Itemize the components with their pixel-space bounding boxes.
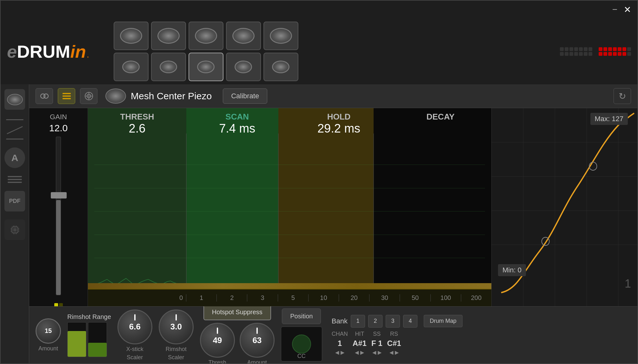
drum-pad-5[interactable] <box>263 22 298 50</box>
hotspot-amount-knob[interactable]: 63 <box>240 323 275 358</box>
led-red-13 <box>622 52 626 56</box>
divider-1 <box>186 133 187 289</box>
drum-icon-8 <box>197 61 215 73</box>
gain-slider-container[interactable] <box>52 137 65 295</box>
position-button[interactable]: Position <box>282 309 321 324</box>
hotspot-thresh-label: Thresh <box>209 359 226 363</box>
xtalk-knob[interactable]: 15 <box>36 318 61 344</box>
drum-icon-1 <box>120 28 142 44</box>
ruler-5: 5 <box>278 294 309 302</box>
calibrate-button[interactable]: Calibrate <box>223 88 267 104</box>
rs-left-arrow[interactable]: ◀ <box>389 349 393 355</box>
chan-arrows: ◀ ▶ <box>335 349 344 355</box>
thresh-knob-area: 49 Thresh <box>200 323 235 363</box>
rimshot-bar-1[interactable] <box>67 322 86 357</box>
hit-arrows: ◀ ▶ <box>355 349 364 355</box>
rs-right-arrow[interactable]: ▶ <box>395 349 399 355</box>
waveform-display <box>88 133 491 289</box>
link-button[interactable] <box>36 88 53 104</box>
led-red-7 <box>627 47 631 51</box>
drum-pad-9[interactable] <box>226 53 261 81</box>
ruler-2: 2 <box>217 294 247 302</box>
hotspot-thresh-knob[interactable]: 49 <box>200 323 235 358</box>
ruler-30: 30 <box>369 294 400 302</box>
ss-arrows: ◀ ▶ <box>372 349 382 355</box>
bank-btn-1[interactable]: 1 <box>351 315 365 328</box>
gain-fill <box>56 200 61 295</box>
sidebar-chip-icon[interactable] <box>4 219 25 240</box>
led-red-12 <box>618 52 621 56</box>
ss-right-arrow[interactable]: ▶ <box>378 349 382 355</box>
chan-left-arrow[interactable]: ◀ <box>335 349 339 355</box>
drum-pad-4[interactable] <box>226 22 261 50</box>
drum-pad-7[interactable] <box>151 53 186 81</box>
left-sidebar: A PDF <box>1 84 29 363</box>
svg-rect-18 <box>63 98 71 99</box>
logo-drum: DRUM <box>17 41 70 62</box>
gain-handle[interactable] <box>51 192 67 198</box>
drum-name-text: Mesh Center Piezo <box>131 91 212 101</box>
hotspot-area: Hotspot Suppress 49 Thresh 63 <box>200 304 275 363</box>
wave-line-5 <box>94 258 485 258</box>
sidebar-divider-1 <box>6 119 23 120</box>
bank-btn-4[interactable]: 4 <box>403 315 417 328</box>
sidebar-lines-icon[interactable] <box>8 176 22 183</box>
main-content: A PDF <box>1 84 637 363</box>
position-indicator <box>292 335 311 354</box>
led-indicators <box>560 47 631 56</box>
mini-led-2 <box>59 303 63 306</box>
sidebar-pdf-icon[interactable]: PDF <box>4 191 25 211</box>
sidebar-drum-icon <box>7 94 23 105</box>
led-red-1 <box>599 47 602 51</box>
led-12 <box>579 52 583 56</box>
vel-min-label: Min: 0 <box>498 264 526 276</box>
ruler-3: 3 <box>247 294 278 302</box>
xtalk-value: 15 <box>45 327 52 335</box>
star-button[interactable] <box>80 88 97 104</box>
rimshot-knob[interactable]: 3.0 <box>159 309 194 344</box>
drum-pad-6[interactable] <box>114 53 149 81</box>
ruler-20: 20 <box>339 294 369 302</box>
hit-right-arrow[interactable]: ▶ <box>360 349 364 355</box>
xstick-knob[interactable]: 6.6 <box>117 309 152 344</box>
sidebar-drum-pad[interactable] <box>4 89 25 110</box>
ss-label: SS <box>373 331 381 337</box>
chan-right-arrow[interactable]: ▶ <box>341 349 344 355</box>
led-14 <box>588 52 592 56</box>
bank-btn-2[interactable]: 2 <box>368 315 382 328</box>
sidebar-a-button[interactable]: A <box>4 147 25 168</box>
rimshot-bars <box>67 322 111 357</box>
ss-left-arrow[interactable]: ◀ <box>372 349 376 355</box>
bank-btn-3[interactable]: 3 <box>386 315 400 328</box>
hotspot-button[interactable]: Hotspot Suppress <box>203 304 271 320</box>
hit-left-arrow[interactable]: ◀ <box>355 349 359 355</box>
drum-map-button[interactable]: Drum Map <box>424 315 462 327</box>
led-red-6 <box>622 47 626 51</box>
minimize-button[interactable]: − <box>612 4 617 15</box>
led-6 <box>584 47 588 51</box>
rimshot-range-label: Rimshot Range <box>67 313 111 321</box>
logo-in: in <box>70 41 86 62</box>
top-section: e DRUM in <box>1 18 637 84</box>
ruler-1: 1 <box>186 294 217 302</box>
hotspot-amount-value: 63 <box>252 335 262 345</box>
ruler-10: 10 <box>309 294 339 302</box>
amount-knob-area: 63 Amount <box>240 323 275 363</box>
midi-map: CHAN 1 ◀ ▶ HIT A#1 ◀ <box>332 331 462 355</box>
drum-pad-1[interactable] <box>114 22 149 50</box>
ruler-200: 200 <box>461 294 491 302</box>
rimshot-fill-1 <box>68 331 86 357</box>
drum-pad-2[interactable] <box>151 22 186 50</box>
hit-label: HIT <box>355 331 364 337</box>
drum-pad-3[interactable] <box>189 22 223 50</box>
bottom-controls: 15 Amount Rimshot Range <box>29 306 637 363</box>
drum-pad-10[interactable] <box>263 53 298 81</box>
drum-pad-8[interactable] <box>189 53 223 81</box>
led-red-11 <box>613 52 617 56</box>
close-button[interactable]: ✕ <box>624 4 631 15</box>
refresh-button[interactable]: ↻ <box>614 88 631 104</box>
drum-icon-9 <box>235 61 252 73</box>
list-button[interactable] <box>58 88 75 104</box>
led-7 <box>588 47 592 51</box>
rimshot-bar-2[interactable] <box>88 322 107 357</box>
